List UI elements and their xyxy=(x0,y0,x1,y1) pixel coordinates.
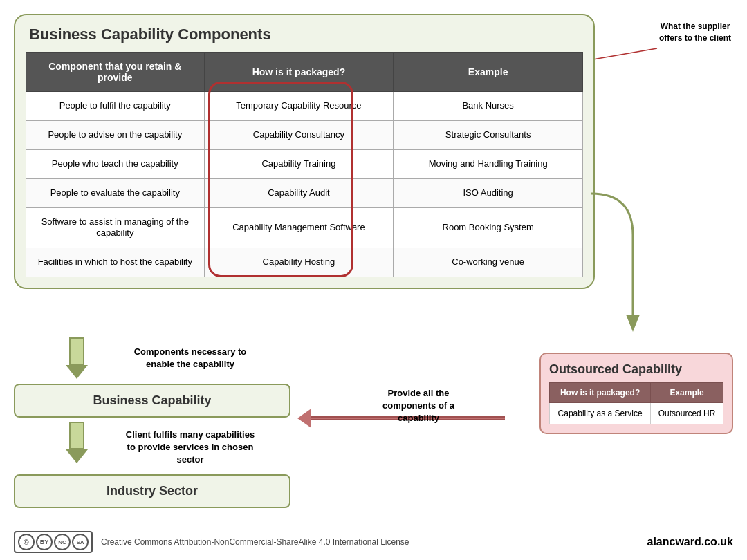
license-text: Creative Commons Attribution-NonCommerci… xyxy=(101,537,409,547)
arrow-shaft-1 xyxy=(69,337,84,365)
table-cell: People to fulfil the capability xyxy=(26,92,205,121)
oc-title: Outsourced Capability xyxy=(549,362,723,377)
table-row: People who teach the capabilityCapabilit… xyxy=(26,149,583,178)
is-box-title: Industry Sector xyxy=(29,484,275,498)
nc-icon: NC xyxy=(54,534,71,550)
bc-box-title: Business Capability xyxy=(29,393,275,408)
table-cell: ISO Auditing xyxy=(394,178,583,207)
table-cell: Facilities in which to host the capabili… xyxy=(26,248,205,277)
footer: © BY NC SA Creative Commons Attribution-… xyxy=(14,531,733,553)
table-row: People to advise on the capabilityCapabi… xyxy=(26,120,583,149)
website: alancward.co.uk xyxy=(647,536,734,548)
table-row: Facilities in which to host the capabili… xyxy=(26,248,583,277)
col-header-example: Example xyxy=(394,53,583,92)
client-label: Client fulfils many capabilities to prov… xyxy=(121,429,259,467)
table-row: Capability as a ServiceOutsourced HR xyxy=(550,403,723,424)
table-cell: People to advise on the capability xyxy=(26,120,205,149)
oc-col-example: Example xyxy=(651,383,723,403)
table-cell: Capability Audit xyxy=(204,178,394,207)
arrow-bcc-to-bc xyxy=(66,337,88,379)
table-row: People to evaluate the capabilityCapabil… xyxy=(26,178,583,207)
bc-box: Business Capability xyxy=(14,384,290,418)
table-cell: Co-working venue xyxy=(394,248,583,277)
components-label: Components necessary to enable the capab… xyxy=(121,346,259,371)
svg-marker-2 xyxy=(626,315,640,332)
arrow-bcc-to-oc xyxy=(591,194,654,366)
provide-label: Provide all the components of a capabili… xyxy=(367,387,470,425)
table-cell: Temporary Capability Resource xyxy=(204,92,394,121)
sa-icon: SA xyxy=(72,534,89,550)
table-cell: Strategic Consultants xyxy=(394,120,583,149)
table-cell: People to evaluate the capability xyxy=(26,178,205,207)
arrow-head-1 xyxy=(66,365,88,379)
bcc-box: Business Capability Components Component… xyxy=(14,14,595,289)
is-box: Industry Sector xyxy=(14,474,290,508)
table-cell: Capability Training xyxy=(204,149,394,178)
arrow-bc-to-is xyxy=(66,422,88,463)
oc-col-packaged: How is it packaged? xyxy=(550,383,651,403)
bcc-title: Business Capability Components xyxy=(26,26,583,44)
table-cell: People who teach the capability xyxy=(26,149,205,178)
table-cell: Moving and Handling Training xyxy=(394,149,583,178)
page-wrapper: What the supplier offers to the client B… xyxy=(0,0,747,560)
table-cell: Capability as a Service xyxy=(550,403,651,424)
bcc-table: Component that you retain & provide How … xyxy=(26,52,583,277)
table-cell: Capability Hosting xyxy=(204,248,394,277)
supplier-note: What the supplier offers to the client xyxy=(657,21,733,44)
cc-icon: © xyxy=(18,534,35,550)
col-header-packaged: How is it packaged? xyxy=(204,53,394,92)
table-cell: Room Booking System xyxy=(394,207,583,248)
oc-box: Outsourced Capability How is it packaged… xyxy=(540,353,733,434)
table-row: Software to assist in managing of the ca… xyxy=(26,207,583,248)
arrow-head-2 xyxy=(66,449,88,463)
arrow-shaft-2 xyxy=(69,422,84,449)
cc-badge: © BY NC SA xyxy=(14,531,93,553)
table-cell: Capability Management Software xyxy=(204,207,394,248)
col-header-component: Component that you retain & provide xyxy=(26,53,205,92)
oc-table: How is it packaged? Example Capability a… xyxy=(549,382,723,424)
by-icon: BY xyxy=(36,534,53,550)
table-cell: Capability Consultancy xyxy=(204,120,394,149)
arrow-head-left xyxy=(297,409,311,428)
table-cell: Software to assist in managing of the ca… xyxy=(26,207,205,248)
table-cell: Outsourced HR xyxy=(651,403,723,424)
supplier-note-text: What the supplier offers to the client xyxy=(659,21,731,43)
table-row: People to fulfil the capabilityTemporary… xyxy=(26,92,583,121)
table-cell: Bank Nurses xyxy=(394,92,583,121)
